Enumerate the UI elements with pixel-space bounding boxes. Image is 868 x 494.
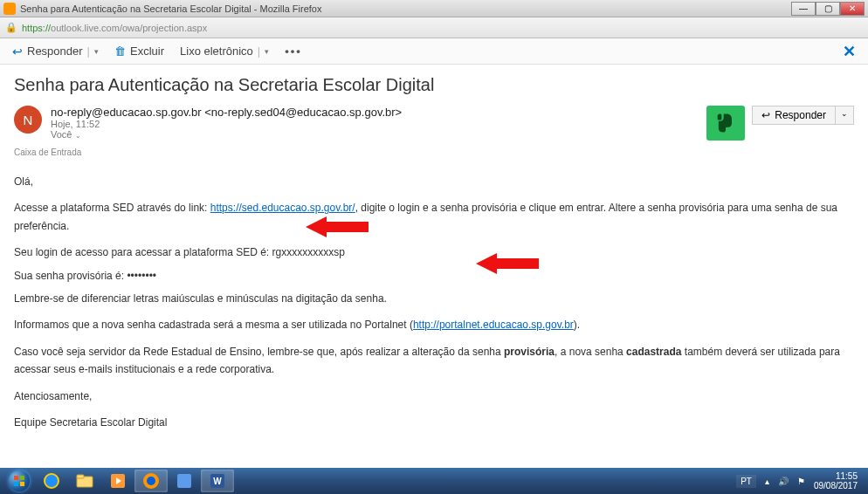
tray-time: 11:55 [814, 471, 858, 481]
svg-rect-3 [20, 476, 24, 480]
window-close-button[interactable]: ✕ [840, 2, 865, 16]
paragraph-1: Acesse a plataforma SED através do link:… [14, 199, 854, 235]
minimize-button[interactable]: — [791, 2, 816, 16]
task-ie[interactable] [35, 470, 68, 492]
login-prefix: Seu login de acesso para acessar a plata… [14, 246, 272, 258]
firefox-icon [3, 3, 16, 15]
team-signature: Equipe Secretaria Escolar Digital [14, 414, 854, 431]
taskbar: W PT ▴ 🔊 ⚑ 11:55 09/08/2017 [0, 468, 868, 494]
task-firefox[interactable] [134, 470, 168, 492]
email-toolbar: ↩ Responder | ▾ 🗑 Excluir Lixo eletrônic… [0, 38, 868, 65]
reply-button-label: Responder [775, 109, 826, 121]
windows-logo-icon [9, 470, 30, 491]
tray-date: 09/08/2017 [814, 481, 858, 491]
delete-label: Excluir [130, 45, 164, 58]
svg-rect-4 [14, 482, 18, 486]
sender-time: Hoje, 11:52 [51, 119, 706, 129]
email-body: Olá, Acesse a plataforma SED através do … [0, 173, 868, 431]
tray-clock[interactable]: 11:55 09/08/2017 [814, 471, 858, 491]
sender-info: no-reply@educacao.sp.gov.br <no-reply.se… [51, 106, 706, 140]
reply-icon: ↩ [12, 45, 23, 58]
window-controls: — ▢ ✕ [791, 2, 865, 16]
chevron-down-icon[interactable]: ⌄ [75, 132, 81, 140]
url-path: /owa/projection.aspx [120, 23, 207, 33]
sender-from: no-reply@educacao.sp.gov.br <no-reply.se… [51, 106, 706, 119]
login-line: Seu login de acesso para acessar a plata… [14, 244, 854, 261]
reply-button[interactable]: ↩ Responder [752, 106, 836, 125]
lembre-line: Lembre-se de diferenciar letras maiúscul… [14, 290, 854, 307]
p3-mid: , a nova senha [555, 346, 626, 358]
svg-point-6 [45, 474, 59, 488]
task-unknown[interactable] [168, 470, 201, 492]
reply-dropdown[interactable]: ⌄ [836, 106, 854, 125]
evernote-icon[interactable] [706, 106, 745, 141]
senha-value: •••••••• [127, 270, 156, 282]
svg-rect-5 [20, 482, 24, 486]
paragraph-3: Caso você seja servidor da Rede Estadual… [14, 343, 854, 379]
svg-text:W: W [213, 477, 222, 486]
reply-icon: ↩ [761, 109, 770, 121]
junk-action[interactable]: Lixo eletrônico | ▾ [180, 45, 269, 58]
sender-row: N no-reply@educacao.sp.gov.br <no-reply.… [0, 102, 868, 148]
svg-rect-8 [77, 475, 84, 478]
svg-point-12 [147, 477, 155, 485]
portalnet-link[interactable]: http://portalnet.educacao.sp.gov.br [413, 319, 574, 331]
delete-action[interactable]: 🗑 Excluir [114, 45, 164, 58]
divider: | [87, 45, 90, 58]
junk-label: Lixo eletrônico [180, 45, 253, 58]
divider: | [258, 45, 260, 58]
reply-label: Responder [27, 45, 83, 58]
url-protocol: https:// [22, 23, 51, 33]
senha-line: Sua senha provisória é: •••••••• [14, 267, 854, 285]
recipient-label: Você [51, 129, 72, 140]
tray-flag-icon[interactable]: ⚑ [797, 477, 805, 486]
chevron-down-icon[interactable]: ▾ [94, 47, 99, 56]
window-title: Senha para Autenticação na Secretaria Es… [20, 3, 791, 14]
chevron-down-icon[interactable]: ▾ [265, 47, 269, 56]
paragraph-2: Informamos que a nova senha cadastrada s… [14, 316, 854, 333]
senha-prefix: Sua senha provisória é: [14, 270, 127, 282]
lock-icon: 🔒 [5, 22, 17, 33]
folder-label: Caixa de Entrada [0, 148, 868, 157]
close-pane-button[interactable]: ✕ [843, 42, 856, 61]
more-actions[interactable]: ••• [285, 45, 302, 58]
task-word[interactable]: W [201, 470, 234, 492]
p1-text-a: Acesse a plataforma SED através do link: [14, 202, 210, 214]
sender-to: Você ⌄ [51, 129, 706, 140]
p3-bold-2: cadastrada [626, 346, 681, 358]
p2-text-b: ). [574, 319, 580, 331]
p3-bold-1: provisória [504, 346, 555, 358]
p2-text-a: Informamos que a nova senha cadastrada s… [14, 319, 413, 331]
right-actions: ↩ Responder ⌄ [706, 106, 854, 141]
svg-rect-2 [14, 476, 18, 480]
task-explorer[interactable] [68, 470, 101, 492]
start-button[interactable] [3, 470, 35, 492]
p3-text-a: Caso você seja servidor da Rede Estadual… [14, 346, 504, 358]
url-host: outlook.live.com [51, 23, 120, 33]
svg-rect-13 [177, 474, 191, 488]
ellipsis-icon: ••• [285, 45, 302, 58]
url-display: https://outlook.live.com/owa/projection.… [22, 23, 207, 33]
maximize-button[interactable]: ▢ [816, 2, 840, 16]
login-value: rgxxxxxxxxxxsp [272, 246, 345, 258]
avatar: N [14, 106, 42, 134]
tray-show-hidden-icon[interactable]: ▴ [765, 477, 769, 486]
greeting: Olá, [14, 173, 854, 190]
address-bar[interactable]: 🔒 https://outlook.live.com/owa/projectio… [0, 17, 868, 38]
signoff: Atenciosamente, [14, 388, 854, 405]
trash-icon: 🗑 [114, 45, 126, 58]
tray-volume-icon[interactable]: 🔊 [778, 477, 789, 486]
email-subject: Senha para Autenticação na Secretaria Es… [0, 65, 868, 102]
sed-link[interactable]: https://sed.educacao.sp.gov.br/ [210, 202, 355, 214]
system-tray: PT ▴ 🔊 ⚑ 11:55 09/08/2017 [736, 471, 865, 491]
reply-action[interactable]: ↩ Responder | ▾ [12, 45, 99, 58]
task-media[interactable] [101, 470, 134, 492]
tray-language[interactable]: PT [736, 475, 756, 488]
window-titlebar: Senha para Autenticação na Secretaria Es… [0, 0, 868, 17]
